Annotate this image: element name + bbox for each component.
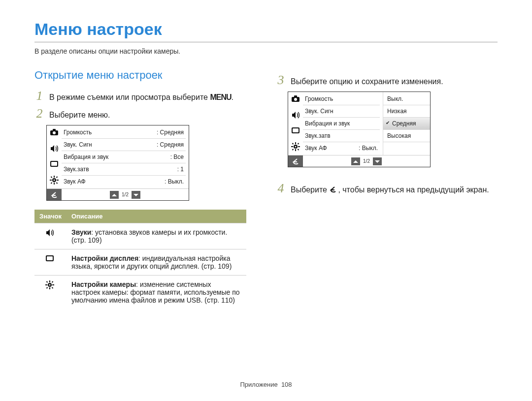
pager: 1/2	[62, 191, 189, 199]
speaker-icon	[291, 111, 300, 120]
list-item-label: Звук.затв	[64, 166, 89, 173]
list-item-value: : Все	[170, 154, 184, 160]
list-item-label: Вибрация и звук	[64, 154, 108, 160]
menu-glyph: MENU	[210, 93, 231, 101]
step-1: 1 В режиме съемки или просмотра выберите…	[34, 90, 256, 102]
step-4: 4 Выберите , чтобы вернуться на предыдущ…	[276, 182, 498, 195]
list-item-value: : Выкл.	[359, 145, 378, 152]
pager: 1/2	[303, 157, 430, 165]
back-icon	[329, 185, 338, 194]
list-item-label: Громкость	[64, 129, 92, 136]
page-subtitle: В разделе описаны опции настройки камеры…	[34, 47, 498, 55]
table-row: Настройки дисплея: индивидуальная настро…	[34, 249, 246, 276]
gear-icon	[291, 142, 300, 151]
page-down-button[interactable]	[132, 191, 140, 199]
table-header-desc: Описание	[66, 210, 246, 223]
step-3-text: Выберите опцию и сохраните изменения.	[291, 77, 498, 86]
list-item: Звук.затв	[303, 130, 380, 142]
step-4-text-a: Выберите	[291, 185, 329, 194]
table-header-icon: Значок	[34, 210, 66, 223]
list-item: Громкость : Средняя	[62, 126, 186, 139]
list-item-label: Звук. Сигн	[305, 108, 333, 115]
list-item-label: Звук АФ	[64, 178, 86, 185]
list-item-label: Звук АФ	[305, 145, 327, 152]
pager-label: 1/2	[122, 192, 129, 197]
page-up-button[interactable]	[110, 191, 119, 199]
list-item: Звук. Сигн	[303, 105, 380, 118]
gear-icon	[50, 176, 59, 185]
camera-screen-option: Громкость Звук. Сигн Вибрация и звук Зву…	[288, 92, 431, 167]
footer-section: Приложение	[240, 381, 277, 388]
option-item-selected[interactable]: Средняя	[383, 118, 430, 130]
list-item-label: Громкость	[305, 95, 333, 102]
display-icon	[291, 126, 300, 135]
list-item: Звук АФ : Выкл.	[303, 142, 380, 154]
list-item-value: : Выкл.	[165, 178, 184, 185]
list-item: Вибрация и звук : Все	[62, 151, 186, 163]
list-item: Звук АФ : Выкл.	[62, 176, 186, 187]
list-item: Звук. Сигн : Средняя	[62, 139, 186, 151]
display-icon	[45, 254, 55, 266]
back-button[interactable]	[288, 155, 303, 167]
table-row-title: Звуки	[71, 228, 91, 236]
list-item-value: : 1	[177, 166, 184, 173]
page-title: Меню настроек	[34, 20, 498, 39]
gear-icon	[45, 280, 55, 292]
step-3: 3 Выберите опцию и сохраните изменения.	[276, 74, 498, 87]
table-row-title: Настройки дисплея	[71, 254, 138, 262]
step-text: В режиме съемки или просмотра выберите M…	[49, 93, 256, 102]
option-item[interactable]: Низкая	[383, 105, 430, 118]
camera-icon	[291, 95, 300, 104]
pager-label: 1/2	[363, 158, 370, 164]
list-item-value: : Средняя	[157, 141, 184, 148]
list-item: Звук.затв : 1	[62, 163, 186, 176]
step-number: 4	[276, 182, 286, 195]
page-up-button[interactable]	[351, 157, 360, 165]
step-4-text-b: , чтобы вернуться на предыдущий экран.	[338, 185, 489, 194]
step-4-text: Выберите , чтобы вернуться на предыдущий…	[291, 185, 498, 194]
step-2: 2 Выберите меню.	[34, 107, 256, 120]
speaker-icon	[50, 144, 59, 153]
step-1-text: В режиме съемки или просмотра выберите	[49, 93, 210, 101]
back-button[interactable]	[47, 189, 62, 200]
page-down-button[interactable]	[373, 157, 382, 165]
table-row-title: Настройки камеры	[71, 280, 136, 288]
step-number: 3	[276, 74, 286, 87]
list-item-label: Звук. Сигн	[64, 141, 92, 148]
step-number: 1	[34, 90, 44, 102]
step-2-text: Выберите меню.	[49, 111, 256, 120]
table-row: Настройки камеры: изменение системных на…	[34, 276, 246, 309]
list-item-value: : Средняя	[157, 129, 184, 136]
camera-icon	[50, 128, 59, 137]
option-item[interactable]: Высокая	[383, 130, 430, 142]
speaker-icon	[45, 228, 55, 240]
list-item: Громкость	[303, 93, 380, 105]
section-heading: Открытие меню настроек	[34, 69, 256, 82]
table-row: Звуки: установка звуков камеры и их гром…	[34, 223, 246, 249]
title-rule	[34, 42, 498, 42]
option-item[interactable]: Выкл.	[383, 93, 430, 105]
display-icon	[50, 160, 59, 169]
camera-screen-menu: Громкость : Средняя Звук. Сигн : Средняя…	[46, 125, 189, 201]
icon-description-table: Значок Описание Звуки: установка звуков …	[34, 210, 246, 309]
footer-page-number: 108	[281, 381, 292, 388]
list-item-label: Вибрация и звук	[305, 120, 350, 127]
page-footer: Приложение 108	[0, 381, 532, 388]
list-item-label: Звук.затв	[305, 132, 331, 139]
step-number: 2	[34, 107, 44, 120]
list-item: Вибрация и звук	[303, 118, 380, 130]
table-row-text: : установка звуков камеры и их громкости…	[71, 228, 227, 244]
